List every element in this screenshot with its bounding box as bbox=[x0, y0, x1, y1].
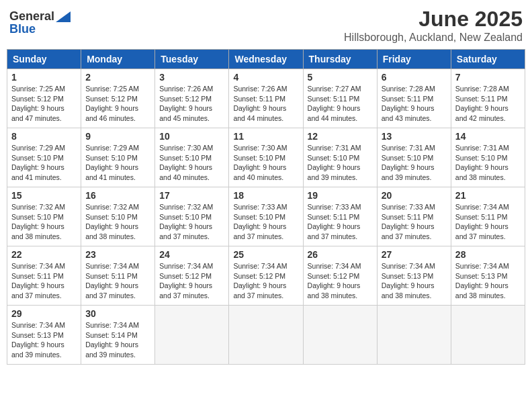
day-info: Sunrise: 7:28 AMSunset: 5:11 PMDaylight:… bbox=[455, 84, 521, 124]
day-number: 26 bbox=[308, 249, 373, 260]
calendar-week-4: 22Sunrise: 7:34 AMSunset: 5:11 PMDayligh… bbox=[7, 246, 525, 306]
weekday-header-saturday: Saturday bbox=[451, 50, 525, 69]
day-number: 8 bbox=[11, 131, 77, 142]
calendar-cell: 5Sunrise: 7:27 AMSunset: 5:11 PMDaylight… bbox=[303, 69, 377, 128]
day-number: 16 bbox=[85, 190, 150, 201]
day-number: 17 bbox=[159, 190, 224, 201]
calendar-week-3: 15Sunrise: 7:32 AMSunset: 5:10 PMDayligh… bbox=[7, 187, 525, 246]
day-number: 19 bbox=[308, 190, 373, 201]
day-info: Sunrise: 7:30 AMSunset: 5:10 PMDaylight:… bbox=[159, 143, 224, 183]
day-number: 22 bbox=[11, 249, 77, 260]
day-info: Sunrise: 7:34 AMSunset: 5:11 PMDaylight:… bbox=[11, 261, 77, 301]
day-info: Sunrise: 7:28 AMSunset: 5:11 PMDaylight:… bbox=[382, 84, 447, 124]
day-number: 29 bbox=[11, 308, 77, 319]
calendar-cell bbox=[451, 306, 525, 365]
calendar-cell bbox=[377, 306, 451, 365]
day-number: 23 bbox=[85, 249, 150, 260]
calendar-table: SundayMondayTuesdayWednesdayThursdayFrid… bbox=[7, 49, 525, 365]
calendar-cell: 4Sunrise: 7:26 AMSunset: 5:11 PMDaylight… bbox=[229, 69, 303, 128]
day-number: 6 bbox=[382, 72, 447, 83]
location-title: Hillsborough, Auckland, New Zealand bbox=[344, 32, 523, 44]
calendar-cell: 27Sunrise: 7:34 AMSunset: 5:13 PMDayligh… bbox=[377, 246, 451, 306]
day-number: 27 bbox=[382, 249, 447, 260]
day-info: Sunrise: 7:34 AMSunset: 5:13 PMDaylight:… bbox=[11, 320, 77, 360]
day-number: 24 bbox=[159, 249, 224, 260]
day-info: Sunrise: 7:34 AMSunset: 5:12 PMDaylight:… bbox=[308, 261, 373, 301]
day-info: Sunrise: 7:34 AMSunset: 5:13 PMDaylight:… bbox=[382, 261, 447, 301]
calendar-cell: 20Sunrise: 7:33 AMSunset: 5:11 PMDayligh… bbox=[377, 187, 451, 246]
day-info: Sunrise: 7:31 AMSunset: 5:10 PMDaylight:… bbox=[382, 143, 447, 183]
day-number: 2 bbox=[85, 72, 150, 83]
weekday-header-wednesday: Wednesday bbox=[229, 50, 303, 69]
day-info: Sunrise: 7:34 AMSunset: 5:14 PMDaylight:… bbox=[85, 320, 150, 360]
calendar-cell: 21Sunrise: 7:34 AMSunset: 5:11 PMDayligh… bbox=[451, 187, 525, 246]
calendar-cell: 11Sunrise: 7:30 AMSunset: 5:10 PMDayligh… bbox=[229, 128, 303, 187]
day-number: 1 bbox=[11, 72, 77, 83]
day-number: 12 bbox=[308, 131, 373, 142]
day-number: 3 bbox=[159, 72, 224, 83]
calendar-cell: 17Sunrise: 7:32 AMSunset: 5:10 PMDayligh… bbox=[155, 187, 229, 246]
day-info: Sunrise: 7:34 AMSunset: 5:13 PMDaylight:… bbox=[455, 261, 521, 301]
calendar-cell: 29Sunrise: 7:34 AMSunset: 5:13 PMDayligh… bbox=[7, 306, 81, 365]
day-number: 7 bbox=[455, 72, 521, 83]
day-info: Sunrise: 7:30 AMSunset: 5:10 PMDaylight:… bbox=[233, 143, 298, 183]
calendar-week-1: 1Sunrise: 7:25 AMSunset: 5:12 PMDaylight… bbox=[7, 69, 525, 128]
day-info: Sunrise: 7:33 AMSunset: 5:10 PMDaylight:… bbox=[233, 202, 298, 242]
weekday-header-row: SundayMondayTuesdayWednesdayThursdayFrid… bbox=[7, 50, 525, 69]
calendar-cell: 22Sunrise: 7:34 AMSunset: 5:11 PMDayligh… bbox=[7, 246, 81, 306]
calendar-cell bbox=[155, 306, 229, 365]
day-number: 21 bbox=[455, 190, 521, 201]
day-info: Sunrise: 7:32 AMSunset: 5:10 PMDaylight:… bbox=[159, 202, 224, 242]
calendar-cell: 19Sunrise: 7:33 AMSunset: 5:11 PMDayligh… bbox=[303, 187, 377, 246]
calendar-cell: 7Sunrise: 7:28 AMSunset: 5:11 PMDaylight… bbox=[451, 69, 525, 128]
title-section: June 2025 Hillsborough, Auckland, New Ze… bbox=[344, 7, 523, 44]
calendar-cell: 16Sunrise: 7:32 AMSunset: 5:10 PMDayligh… bbox=[81, 187, 155, 246]
day-info: Sunrise: 7:27 AMSunset: 5:11 PMDaylight:… bbox=[308, 84, 373, 124]
day-number: 11 bbox=[233, 131, 298, 142]
day-info: Sunrise: 7:26 AMSunset: 5:11 PMDaylight:… bbox=[233, 84, 298, 124]
day-info: Sunrise: 7:32 AMSunset: 5:10 PMDaylight:… bbox=[85, 202, 150, 242]
logo: General Blue bbox=[9, 7, 71, 36]
day-info: Sunrise: 7:25 AMSunset: 5:12 PMDaylight:… bbox=[11, 84, 77, 124]
calendar-cell: 1Sunrise: 7:25 AMSunset: 5:12 PMDaylight… bbox=[7, 69, 81, 128]
calendar-cell: 13Sunrise: 7:31 AMSunset: 5:10 PMDayligh… bbox=[377, 128, 451, 187]
calendar-cell: 3Sunrise: 7:26 AMSunset: 5:12 PMDaylight… bbox=[155, 69, 229, 128]
month-title: June 2025 bbox=[344, 7, 523, 32]
calendar-cell: 23Sunrise: 7:34 AMSunset: 5:11 PMDayligh… bbox=[81, 246, 155, 306]
day-info: Sunrise: 7:26 AMSunset: 5:12 PMDaylight:… bbox=[159, 84, 224, 124]
day-info: Sunrise: 7:29 AMSunset: 5:10 PMDaylight:… bbox=[11, 143, 77, 183]
weekday-header-sunday: Sunday bbox=[7, 50, 81, 69]
logo-blue-text: Blue bbox=[9, 22, 36, 36]
calendar-cell: 2Sunrise: 7:25 AMSunset: 5:12 PMDaylight… bbox=[81, 69, 155, 128]
calendar-cell bbox=[303, 306, 377, 365]
day-number: 28 bbox=[455, 249, 521, 260]
day-number: 25 bbox=[233, 249, 298, 260]
day-info: Sunrise: 7:34 AMSunset: 5:12 PMDaylight:… bbox=[159, 261, 224, 301]
day-info: Sunrise: 7:29 AMSunset: 5:10 PMDaylight:… bbox=[85, 143, 150, 183]
weekday-header-friday: Friday bbox=[377, 50, 451, 69]
logo-icon bbox=[56, 11, 71, 22]
calendar-week-2: 8Sunrise: 7:29 AMSunset: 5:10 PMDaylight… bbox=[7, 128, 525, 187]
day-number: 30 bbox=[85, 308, 150, 319]
day-number: 4 bbox=[233, 72, 298, 83]
day-info: Sunrise: 7:25 AMSunset: 5:12 PMDaylight:… bbox=[85, 84, 150, 124]
day-info: Sunrise: 7:31 AMSunset: 5:10 PMDaylight:… bbox=[455, 143, 521, 183]
calendar-cell: 14Sunrise: 7:31 AMSunset: 5:10 PMDayligh… bbox=[451, 128, 525, 187]
calendar-cell: 10Sunrise: 7:30 AMSunset: 5:10 PMDayligh… bbox=[155, 128, 229, 187]
header: General Blue June 2025 Hillsborough, Auc… bbox=[7, 7, 525, 44]
weekday-header-monday: Monday bbox=[81, 50, 155, 69]
calendar-cell: 15Sunrise: 7:32 AMSunset: 5:10 PMDayligh… bbox=[7, 187, 81, 246]
day-info: Sunrise: 7:31 AMSunset: 5:10 PMDaylight:… bbox=[308, 143, 373, 183]
calendar-cell bbox=[229, 306, 303, 365]
day-info: Sunrise: 7:32 AMSunset: 5:10 PMDaylight:… bbox=[11, 202, 77, 242]
day-number: 20 bbox=[382, 190, 447, 201]
calendar-cell: 25Sunrise: 7:34 AMSunset: 5:12 PMDayligh… bbox=[229, 246, 303, 306]
weekday-header-thursday: Thursday bbox=[303, 50, 377, 69]
calendar-cell: 8Sunrise: 7:29 AMSunset: 5:10 PMDaylight… bbox=[7, 128, 81, 187]
day-number: 18 bbox=[233, 190, 298, 201]
calendar-cell: 12Sunrise: 7:31 AMSunset: 5:10 PMDayligh… bbox=[303, 128, 377, 187]
svg-marker-0 bbox=[56, 11, 71, 22]
day-info: Sunrise: 7:34 AMSunset: 5:11 PMDaylight:… bbox=[455, 202, 521, 242]
day-info: Sunrise: 7:34 AMSunset: 5:11 PMDaylight:… bbox=[85, 261, 150, 301]
calendar-cell: 6Sunrise: 7:28 AMSunset: 5:11 PMDaylight… bbox=[377, 69, 451, 128]
